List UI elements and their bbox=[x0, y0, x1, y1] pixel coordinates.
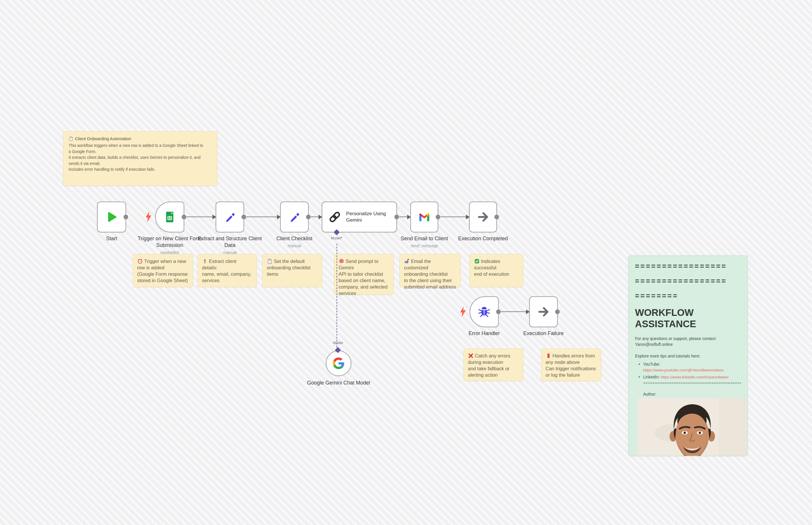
node-subtitle: rowAdded bbox=[160, 249, 179, 256]
model-port-label: Model bbox=[321, 341, 356, 345]
output-port[interactable] bbox=[555, 310, 560, 314]
node-extract-box[interactable] bbox=[216, 201, 244, 232]
connection-checklist-personalize bbox=[311, 216, 322, 217]
pencil-icon bbox=[223, 210, 237, 224]
sticky-text: Extract client details: name, email, com… bbox=[202, 258, 251, 283]
sticky-text: Set the default onboarding checklist ite… bbox=[267, 258, 310, 276]
linkedin-label: LinkedIn: bbox=[643, 375, 661, 379]
sticky-text: Send prompt to Gemini API to tailor chec… bbox=[339, 258, 387, 296]
node-trigger[interactable]: Trigger on New Client Form Submissionrow… bbox=[155, 201, 184, 232]
google-sheets-icon bbox=[163, 210, 176, 224]
node-trigger-box[interactable] bbox=[155, 201, 184, 232]
node-start[interactable]: Start bbox=[97, 201, 126, 232]
node-execution-completed[interactable]: Execution Completed bbox=[469, 201, 497, 232]
node-execution-completed-box[interactable] bbox=[469, 201, 497, 232]
sticky-note-extract[interactable]: Extract client details: name, email, com… bbox=[198, 254, 257, 287]
node-label: Extract and Structure Client Datamanual bbox=[197, 235, 263, 249]
sticky-note-gemini[interactable]: Send prompt to Gemini API to tailor chec… bbox=[334, 254, 393, 295]
chain-link-icon bbox=[328, 210, 342, 224]
brain-icon bbox=[339, 258, 344, 264]
node-subtitle: send: message bbox=[411, 243, 438, 249]
node-gemini-model-box[interactable] bbox=[326, 350, 352, 376]
node-start-box[interactable] bbox=[97, 201, 126, 232]
sticky-note-handles-errors[interactable]: Handles errors from any node above Can t… bbox=[541, 348, 601, 381]
node-label: Trigger on New Client Form Submissionrow… bbox=[136, 235, 203, 249]
pencil-icon bbox=[288, 210, 301, 224]
node-label: Start bbox=[78, 235, 145, 242]
output-port[interactable] bbox=[124, 215, 128, 219]
panel-title: WORKFLOW ASSISTANCE bbox=[635, 307, 716, 330]
bug-icon bbox=[478, 305, 491, 318]
node-subtitle: manual bbox=[223, 249, 237, 256]
youtube-label: YouTube: bbox=[643, 362, 660, 366]
node-gemini-model[interactable]: Google Gemini Chat Model bbox=[326, 350, 352, 376]
output-port[interactable] bbox=[241, 215, 246, 219]
node-label: Client Checklistmanual bbox=[261, 235, 328, 242]
node-execution-failure-box[interactable] bbox=[529, 296, 558, 327]
sticky-text: Trigger when a new row is added (Google … bbox=[137, 258, 188, 283]
trigger-bolt-icon bbox=[459, 306, 467, 318]
links-list: YouTube:https://www.youtube.com/@YaronBe… bbox=[635, 361, 741, 385]
alarm-clock-icon bbox=[137, 258, 143, 264]
node-label: Google Gemini Chat Model bbox=[305, 379, 372, 386]
explore-line: Explore more tips and tutorials here: bbox=[635, 353, 741, 359]
list-item-linkedin: LinkedIn: https://www.linkedin.com/in/ya… bbox=[639, 374, 741, 385]
node-checklist[interactable]: Client Checklistmanual bbox=[280, 201, 309, 232]
play-icon bbox=[105, 210, 118, 224]
node-label: Send Email to Clientsend: message bbox=[391, 235, 458, 242]
google-g-icon bbox=[333, 358, 344, 369]
sticky-note-trigger[interactable]: Trigger when a new row is added (Google … bbox=[133, 254, 193, 287]
linkedin-link[interactable]: https://www.linkedin.com/in/yaronbeen/ bbox=[661, 375, 729, 379]
heading-divider: ================= bbox=[635, 278, 741, 285]
trigger-bolt-icon bbox=[145, 211, 152, 223]
sticky-note-email[interactable]: Email the customized onboarding checklis… bbox=[400, 254, 460, 287]
output-port[interactable] bbox=[494, 215, 499, 219]
author-photo bbox=[637, 398, 747, 456]
node-error-handler-box[interactable] bbox=[470, 296, 499, 327]
sticky-note-overview[interactable]: Client Onboarding Automation This workfl… bbox=[63, 131, 217, 186]
crayon-icon bbox=[202, 258, 208, 264]
text-divider: ========================================… bbox=[643, 381, 741, 385]
node-checklist-box[interactable] bbox=[280, 201, 309, 232]
node-personalize[interactable]: Personalize Using Gemini bbox=[322, 201, 397, 232]
node-send-email[interactable]: Send Email to Clientsend: message bbox=[410, 201, 438, 232]
sticky-note-catch-errors[interactable]: Catch any errors during execution and ta… bbox=[464, 348, 523, 381]
sticky-text: Email the customized onboarding checklis… bbox=[404, 258, 456, 289]
connection-personalize-sendemail bbox=[399, 216, 410, 217]
output-port[interactable] bbox=[394, 215, 399, 219]
heading-divider: ================= bbox=[635, 262, 741, 270]
arrow-right-icon bbox=[537, 305, 550, 318]
check-icon bbox=[474, 258, 480, 264]
sticky-note-assistance-panel[interactable]: ================= ================= ====… bbox=[628, 255, 748, 456]
node-error-handler[interactable]: Error Handler bbox=[470, 296, 499, 327]
output-port[interactable] bbox=[496, 310, 501, 314]
connection-extract-checklist bbox=[247, 216, 280, 217]
clipboard-icon bbox=[267, 258, 272, 264]
node-label: Execution Failure bbox=[510, 330, 577, 337]
node-execution-failure[interactable]: Execution Failure bbox=[529, 296, 558, 327]
sticky-text: Catch any errors during execution and ta… bbox=[468, 353, 510, 377]
output-port[interactable] bbox=[182, 215, 186, 219]
list-item-youtube: YouTube:https://www.youtube.com/@YaronBe… bbox=[639, 361, 741, 373]
siren-icon bbox=[546, 353, 551, 359]
model-port-label: Model* bbox=[319, 236, 354, 240]
node-label: Execution Completed bbox=[450, 235, 516, 242]
youtube-link[interactable]: https://www.youtube.com/@YaronBeen/video… bbox=[643, 368, 724, 372]
node-extract[interactable]: Extract and Structure Client Datamanual bbox=[216, 201, 244, 232]
node-personalize-box[interactable]: Personalize Using Gemini bbox=[322, 201, 397, 232]
connection-sendemail-completed bbox=[441, 216, 469, 217]
node-label: Error Handler bbox=[451, 330, 518, 337]
sticky-note-checklist[interactable]: Set the default onboarding checklist ite… bbox=[262, 254, 322, 287]
mailbox-icon bbox=[404, 258, 410, 264]
output-port[interactable] bbox=[436, 215, 440, 219]
output-port[interactable] bbox=[306, 215, 311, 219]
node-send-email-box[interactable] bbox=[410, 201, 438, 232]
sticky-text: Handles errors from any node above Can t… bbox=[546, 353, 596, 377]
connection-trigger-extract bbox=[187, 216, 216, 217]
heading-divider: ======== bbox=[635, 292, 741, 300]
contact-email: Yaron@nofluff.online bbox=[635, 342, 673, 347]
note-title: Client Onboarding Automation bbox=[75, 136, 131, 141]
note-title-row: Client Onboarding Automation bbox=[68, 136, 212, 141]
sticky-note-success[interactable]: Indicates successful end of execution bbox=[470, 254, 523, 287]
workflow-canvas[interactable]: Client Onboarding Automation This workfl… bbox=[0, 0, 812, 525]
